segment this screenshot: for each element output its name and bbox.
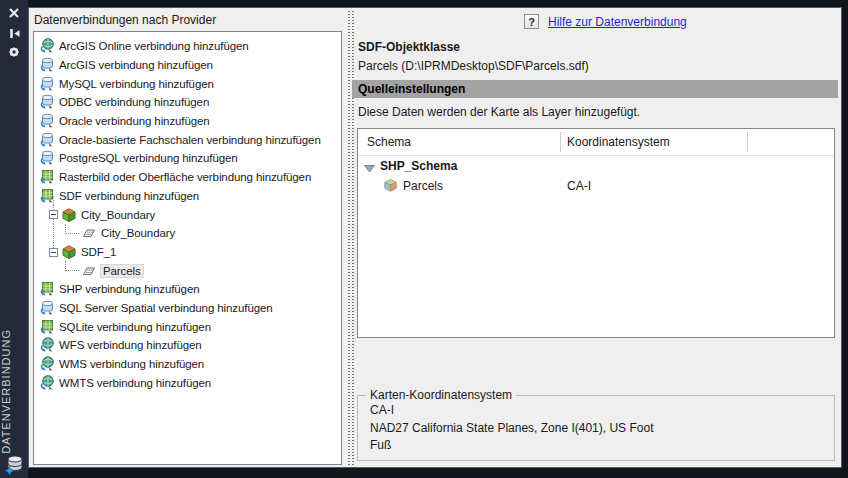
globe-connect-icon [39,375,55,391]
object-class-title: SDF-Objektklasse [358,40,460,54]
source-settings-header: Quelleinstellungen [352,80,838,98]
provider-list-item[interactable]: Oracle verbindung hinzufügen [34,112,341,131]
item-label: PostgreSQL verbindung hinzufügen [59,152,238,164]
main-panel: Datenverbindungen nach Provider ArcGIS O… [28,7,842,468]
item-label: Rasterbild oder Oberfläche verbindung hi… [59,171,311,183]
coordinate-system-value: CA-I [567,179,591,193]
provider-list-item[interactable]: ODBC verbindung hinzufügen [34,93,341,112]
item-label: ODBC verbindung hinzufügen [59,96,209,108]
detail-pane: ? Hilfe zur Datenverbindung SDF-Objektkl… [356,8,843,467]
provider-list-item[interactable]: WMTS verbindung hinzufügen [34,373,341,392]
file-connect-icon [39,188,55,204]
item-label: WMTS verbindung hinzufügen [59,377,211,389]
properties-gear-icon[interactable] [6,44,22,60]
tree-item[interactable]: City_Boundary [34,224,341,243]
database-connect-icon [39,300,55,316]
map-cs-description: NAD27 California State Planes, Zone I(40… [370,421,653,435]
sdf-box-icon [61,207,77,223]
globe-connect-icon [39,337,55,353]
tree-item[interactable]: SDF_1 [34,243,341,262]
sdf-box-icon [61,244,77,260]
data-connect-icon [4,453,26,475]
item-label: Oracle-basierte Fachschalen verbindung h… [59,134,321,146]
provider-list-item[interactable]: SHP verbindung hinzufügen [34,280,341,299]
provider-list-item[interactable]: SQLite verbindung hinzufügen [34,317,341,336]
item-label: SDF_1 [81,246,116,258]
column-separator[interactable] [747,132,748,152]
item-label: City_Boundary [101,227,175,239]
item-label: ArcGIS Online verbindung hinzufügen [59,40,249,52]
data-connect-palette: DATENVERBINDUNG Datenverbindungen nach P… [0,0,848,478]
database-connect-icon [39,113,55,129]
map-coordinate-system-group: Karten-Koordinatensystem CA-I NAD27 Cali… [357,395,835,461]
provider-list-title: Datenverbindungen nach Provider [34,13,216,27]
provider-list-item[interactable]: WMS verbindung hinzufügen [34,355,341,374]
column-header-schema[interactable]: Schema [367,135,411,149]
schema-rows: SHP_SchemaParcelsCA-I [358,156,834,196]
item-label: ArcGIS verbindung hinzufügen [59,59,213,71]
provider-list-item[interactable]: ArcGIS Online verbindung hinzufügen [34,37,341,56]
provider-list-item[interactable]: Oracle-basierte Fachschalen verbindung h… [34,130,341,149]
item-label: MySQL verbindung hinzufügen [59,78,214,90]
provider-list: ArcGIS Online verbindung hinzufügenArcGI… [33,31,342,465]
object-class-path: Parcels (D:\IPRMDesktop\SDF\Parcels.sdf) [358,59,589,73]
provider-pane: Datenverbindungen nach Provider ArcGIS O… [29,8,346,467]
description-text: Diese Daten werden der Karte als Layer h… [358,105,640,119]
provider-list-item[interactable]: MySQL verbindung hinzufügen [34,74,341,93]
close-icon[interactable] [6,5,22,21]
help-icon[interactable]: ? [524,14,539,29]
globe-connect-icon [39,38,55,54]
triangle-down-icon[interactable] [364,162,375,171]
schema-item-label: SHP_Schema [380,159,457,173]
tree-item[interactable]: City_Boundary [34,205,341,224]
schema-table-row[interactable]: ParcelsCA-I [358,176,834,196]
layer-icon [81,263,97,279]
database-connect-icon [39,57,55,73]
provider-list-item[interactable]: WFS verbindung hinzufügen [34,336,341,355]
help-row: ? Hilfe zur Datenverbindung [524,14,687,29]
schema-table-header: Schema Koordinatensystem [358,129,834,156]
palette-title: DATENVERBINDUNG [0,329,28,454]
source-settings-label: Quelleinstellungen [358,82,465,96]
item-label: City_Boundary [81,209,155,221]
item-label: SDF verbindung hinzufügen [59,190,199,202]
provider-list-item[interactable]: Rasterbild oder Oberfläche verbindung hi… [34,168,341,187]
pane-splitter[interactable] [346,10,356,466]
map-cs-code: CA-I [370,403,394,417]
schema-table: Schema Koordinatensystem SHP_SchemaParce… [357,128,835,338]
item-label: Oracle verbindung hinzufügen [59,115,210,127]
layer-icon [81,225,97,241]
globe-connect-icon [39,356,55,372]
provider-list-item[interactable]: SQL Server Spatial verbindung hinzufügen [34,299,341,318]
palette-titlebar: DATENVERBINDUNG [0,0,28,478]
file-connect-icon [39,281,55,297]
database-connect-icon [39,94,55,110]
column-header-coordsys[interactable]: Koordinatensystem [567,135,670,149]
file-connect-icon [39,169,55,185]
provider-list-item[interactable]: SDF verbindung hinzufügen [34,187,341,206]
database-connect-icon [39,150,55,166]
item-label: SQLite verbindung hinzufügen [59,321,211,333]
tree-item[interactable]: Parcels [34,261,341,280]
database-connect-icon [39,132,55,148]
item-label: WMS verbindung hinzufügen [59,358,204,370]
map-cs-unit: Fuß [370,438,391,452]
provider-list-item[interactable]: ArcGIS verbindung hinzufügen [34,56,341,75]
auto-hide-pin-icon[interactable] [6,25,22,41]
item-label: SHP verbindung hinzufügen [59,283,200,295]
map-cs-title: Karten-Koordinatensystem [366,388,516,402]
selected-item-label: Parcels [101,265,143,277]
item-label: WFS verbindung hinzufügen [59,339,202,351]
schema-table-row[interactable]: SHP_Schema [358,156,834,176]
collapse-toggle-icon[interactable] [49,248,58,257]
database-connect-icon [39,76,55,92]
help-link[interactable]: Hilfe zur Datenverbindung [548,15,687,29]
file-connect-icon [39,319,55,335]
provider-list-item[interactable]: PostgreSQL verbindung hinzufügen [34,149,341,168]
column-separator[interactable] [560,132,561,152]
item-label: SQL Server Spatial verbindung hinzufügen [59,302,273,314]
schema-item-label: Parcels [403,179,443,193]
collapse-toggle-icon[interactable] [49,210,58,219]
cube-icon [383,178,398,193]
